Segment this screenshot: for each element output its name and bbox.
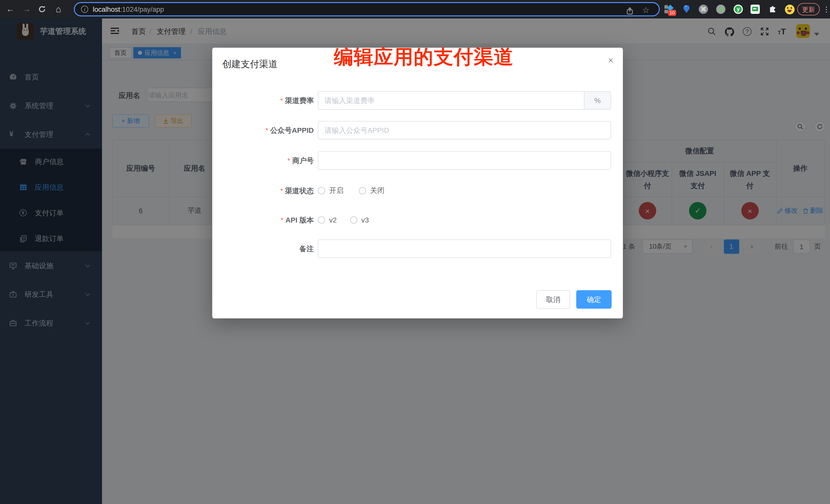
radio-label: v3 bbox=[361, 216, 369, 224]
api-version-label: API 版本 bbox=[286, 216, 314, 224]
required-mark: * bbox=[280, 96, 283, 104]
form-row-remark: 备注 bbox=[212, 240, 622, 258]
form-row-api-version: *API 版本 v2 v3 bbox=[212, 211, 622, 229]
bookmark-star-icon[interactable]: ☆ bbox=[642, 5, 649, 15]
radio-circle-icon bbox=[350, 216, 357, 224]
form-row-status: *渠道状态 开启 关闭 bbox=[212, 182, 622, 200]
appid-label: 公众号APPID bbox=[270, 126, 314, 134]
required-mark: * bbox=[265, 126, 268, 134]
url-path: :1024/pay/app bbox=[120, 5, 164, 13]
required-mark: * bbox=[281, 216, 284, 224]
extension-icon-command[interactable]: ⌘ bbox=[699, 5, 708, 14]
share-icon[interactable] bbox=[627, 7, 633, 15]
required-mark: * bbox=[287, 156, 290, 165]
channel-rate-input[interactable] bbox=[318, 91, 584, 110]
app-viewport: 芋道管理系统 首页 系统管理 ¥ 支付管理 bbox=[0, 19, 830, 504]
extension-icon-chat[interactable] bbox=[751, 5, 760, 14]
rate-label: 渠道费率 bbox=[285, 96, 314, 104]
status-label: 渠道状态 bbox=[285, 187, 314, 195]
extensions-puzzle-icon[interactable] bbox=[768, 5, 777, 14]
form-row-appid: *公众号APPID bbox=[212, 121, 622, 139]
extension-icon-y[interactable]: y bbox=[734, 5, 743, 14]
browser-home-button[interactable]: ⌂ bbox=[51, 0, 66, 19]
radio-circle-icon bbox=[359, 187, 366, 194]
profile-avatar-emoji[interactable] bbox=[785, 5, 795, 14]
radio-label: 开启 bbox=[329, 186, 344, 195]
radio-circle-icon bbox=[318, 216, 325, 224]
remark-input[interactable] bbox=[318, 240, 611, 258]
annotation-text: 编辑应用的支付渠道 bbox=[334, 44, 514, 70]
chrome-update-button[interactable]: 更新 bbox=[797, 3, 820, 15]
site-info-icon[interactable]: i bbox=[81, 6, 88, 13]
required-mark: * bbox=[280, 187, 283, 195]
address-bar[interactable]: i localhost:1024/pay/app ☆ bbox=[74, 2, 660, 17]
create-pay-channel-dialog: 创建支付渠道 × *渠道费率 % *公众号APPID *商户号 *渠道状态 开启… bbox=[212, 48, 622, 318]
cancel-button[interactable]: 取消 bbox=[536, 290, 570, 309]
chrome-menu-icon[interactable]: ⋮ bbox=[823, 0, 830, 19]
dialog-title: 创建支付渠道 bbox=[222, 58, 278, 70]
radio-circle-icon bbox=[318, 187, 325, 194]
browser-toolbar: ← → ⌂ i localhost:1024/pay/app ☆ 10 ⌘ bbox=[0, 0, 830, 19]
remark-label: 备注 bbox=[299, 245, 314, 253]
url-host: localhost bbox=[93, 5, 120, 13]
radio-api-v2[interactable]: v2 bbox=[318, 216, 337, 224]
confirm-button[interactable]: 确定 bbox=[576, 290, 612, 309]
radio-status-on[interactable]: 开启 bbox=[318, 186, 344, 195]
dialog-close-icon[interactable]: × bbox=[608, 56, 613, 65]
extension-badge: 10 bbox=[668, 10, 676, 16]
rate-percent-suffix: % bbox=[584, 91, 611, 110]
radio-label: v2 bbox=[329, 216, 337, 224]
browser-forward-button[interactable]: → bbox=[20, 0, 34, 19]
extension-icon-balloon[interactable] bbox=[682, 5, 691, 14]
radio-api-v3[interactable]: v3 bbox=[350, 216, 369, 224]
extension-icon-green-dot[interactable] bbox=[716, 5, 726, 14]
screen: ← → ⌂ i localhost:1024/pay/app ☆ 10 ⌘ bbox=[0, 0, 830, 504]
merchant-label: 商户号 bbox=[292, 156, 314, 165]
form-row-merchant: *商户号 bbox=[212, 151, 622, 170]
browser-back-button[interactable]: ← bbox=[3, 0, 18, 19]
radio-label: 关闭 bbox=[370, 186, 384, 195]
official-account-appid-input[interactable] bbox=[318, 121, 611, 139]
merchant-id-input[interactable] bbox=[318, 151, 611, 170]
radio-status-off[interactable]: 关闭 bbox=[359, 186, 384, 195]
form-row-rate: *渠道费率 % bbox=[212, 91, 622, 110]
browser-reload-button[interactable] bbox=[38, 5, 46, 13]
